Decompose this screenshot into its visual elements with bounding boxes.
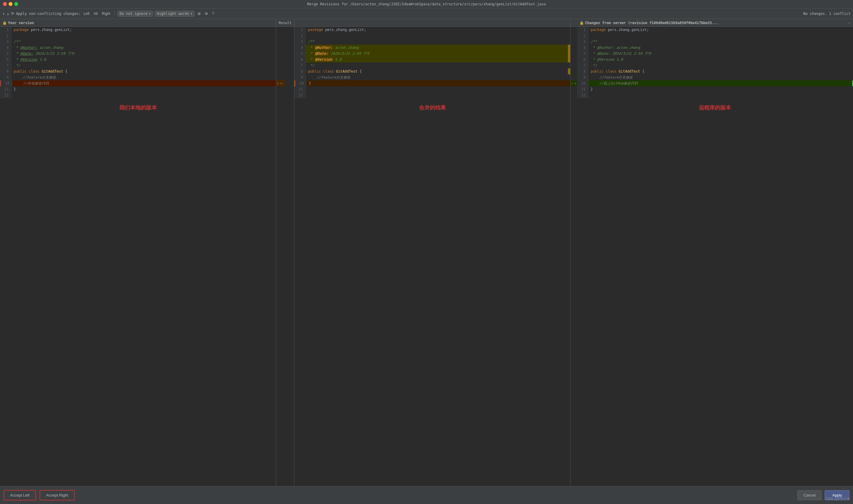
accept-left-arrows[interactable]: » <box>280 82 283 85</box>
table-row: 11 } <box>577 86 853 92</box>
accept-left-button[interactable]: Accept Left <box>4 490 36 500</box>
table-row: 2 <box>577 33 853 39</box>
help-button[interactable]: ? <box>211 11 215 16</box>
all-button[interactable]: All <box>92 11 99 16</box>
left-panel: 🔒 Your version 1 package pers.zhang.genL… <box>0 19 276 486</box>
reject-left-icon[interactable]: ✕ <box>276 82 280 85</box>
right-gutter: « ✕ <box>571 19 577 486</box>
window-title: Merge Revisions for /Users/acton_zhang/J… <box>307 2 546 6</box>
window-controls <box>3 2 18 6</box>
table-row: 7 */ <box>0 62 276 68</box>
minimize-button[interactable] <box>8 2 13 6</box>
next-arrow[interactable]: ↓ <box>6 11 9 16</box>
table-row: 8 public class GitAddTest { <box>294 68 570 74</box>
do-not-ignore-dropdown[interactable]: Do not ignore ▾ <box>118 11 153 17</box>
bottom-bar: Accept Left Accept Right Cancel Apply <box>0 486 853 504</box>
columns-button[interactable]: ⊞ <box>196 11 202 16</box>
table-row: 12 <box>294 92 570 98</box>
toolbar: ↑ ↓ ⟳ Apply non-conflicting changes: Lef… <box>0 8 853 19</box>
table-row: 3 /** <box>577 39 853 44</box>
left-panel-header: 🔒 Your version <box>0 19 276 27</box>
table-row: 12 <box>577 92 853 98</box>
reject-right-icon[interactable]: ✕ <box>574 82 577 85</box>
table-row: 12 <box>0 92 276 98</box>
prev-arrow[interactable]: ↑ <box>2 11 5 16</box>
sync-icon: ⟳ <box>11 11 14 16</box>
apply-non-conflicting-label: Apply non-conflicting changes: <box>16 12 81 16</box>
watermark: CSDN @关乎子张 <box>825 497 850 501</box>
table-row: 3 /** <box>294 39 570 44</box>
highlight-words-dropdown[interactable]: Highlight words ▾ <box>155 11 195 17</box>
right-panel: 🔒 Changes from server (revision f106d0ed… <box>577 19 853 486</box>
table-row: 8 public class GitAddTest { <box>0 68 276 74</box>
table-row: 11 <box>294 86 570 92</box>
table-row: 4 * @Author: acton_zhang <box>0 44 276 51</box>
table-row: 5 * @Date: 2024/3/21 2:59 下午 <box>0 51 276 56</box>
editors-area: 🔒 Your version 1 package pers.zhang.genL… <box>0 19 853 486</box>
table-row: 1 package pers.zhang.genList; <box>577 27 853 33</box>
left-annotation: 我们本地的版本 <box>0 98 276 117</box>
right-button[interactable]: Right <box>101 11 111 16</box>
table-row: 5 * @Date: 2024/3/21 2:59 下午 <box>294 51 570 56</box>
table-row: 1 package pers.zhang.genList; <box>0 27 276 33</box>
center-line-numbers: ✕ » <box>276 27 294 98</box>
close-button[interactable] <box>3 2 7 6</box>
dropdown-arrow-icon: ▾ <box>149 12 151 16</box>
table-row: 9 //feature分支修改 <box>577 74 853 80</box>
table-row: 7 */ <box>577 62 853 68</box>
center-gutter: Result ✕ » <box>276 19 294 486</box>
title-bar: Merge Revisions for /Users/acton_zhang/J… <box>0 0 853 8</box>
right-editor[interactable]: 1 package pers.zhang.genList; 2 3 /** 4 … <box>577 27 853 486</box>
table-row: 6 * @Version 1.0 <box>577 56 853 62</box>
maximize-button[interactable] <box>14 2 18 6</box>
lock-icon-right: 🔒 <box>580 21 584 25</box>
table-row: 10 //线上GitHub修改代码 <box>577 80 853 86</box>
table-row: 11 } <box>0 86 276 92</box>
lock-icon-left: 🔒 <box>2 21 7 25</box>
left-editor[interactable]: 1 package pers.zhang.genList; 2 3 /** 4 … <box>0 27 276 486</box>
table-row: 7 */ <box>294 62 570 68</box>
settings-button[interactable]: ⚙ <box>203 11 209 16</box>
center-panel: 1 package pers.zhang.genList; 2 3 /** 4 … <box>294 19 571 486</box>
table-row: 4 * @Author: acton_zhang <box>577 44 853 51</box>
table-row: 6 * @Version 1.0 <box>0 56 276 62</box>
table-row: 4 * @Author: acton_zhang <box>294 44 570 51</box>
checkmark-icon: ✓ <box>849 21 851 25</box>
table-row: 9 //feature分支修改 <box>294 74 570 80</box>
toolbar-separator-1 <box>114 11 114 17</box>
accept-right-button[interactable]: Accept Right <box>40 490 75 500</box>
right-panel-header: 🔒 Changes from server (revision f106d0ed… <box>577 19 853 27</box>
dropdown-arrow-icon-2: ▾ <box>191 12 193 16</box>
table-row: 1 package pers.zhang.genList; <box>294 27 570 33</box>
center-panel-header <box>294 19 570 27</box>
table-row: 10 //本地修改代码 <box>0 80 276 86</box>
result-header: Result <box>276 19 294 27</box>
center-annotation: 合并的结果 <box>294 98 570 117</box>
cancel-button[interactable]: Cancel <box>797 490 822 500</box>
table-row: 8 public class GitAddTest { <box>577 68 853 74</box>
left-panel-title: Your version <box>8 21 34 25</box>
table-row: 9 //feature分支修改 <box>0 74 276 80</box>
right-annotation: 远程库的版本 <box>577 98 853 117</box>
accept-right-arrows[interactable]: « <box>571 82 574 85</box>
table-row: 6 * @Version 1.0 <box>294 56 570 62</box>
table-row: 3 /** <box>0 39 276 44</box>
right-panel-title: Changes from server (revision f106d0ed61… <box>585 21 718 25</box>
left-button[interactable]: Left <box>83 11 91 16</box>
center-editor[interactable]: 1 package pers.zhang.genList; 2 3 /** 4 … <box>294 27 570 486</box>
table-row: 10 } <box>294 80 570 86</box>
status-text: No changes. 1 conflict <box>803 12 851 16</box>
table-row: 2 <box>294 33 570 39</box>
table-row: 2 <box>0 33 276 39</box>
table-row: 5 * @Date: 2024/3/21 2:59 下午 <box>577 51 853 56</box>
